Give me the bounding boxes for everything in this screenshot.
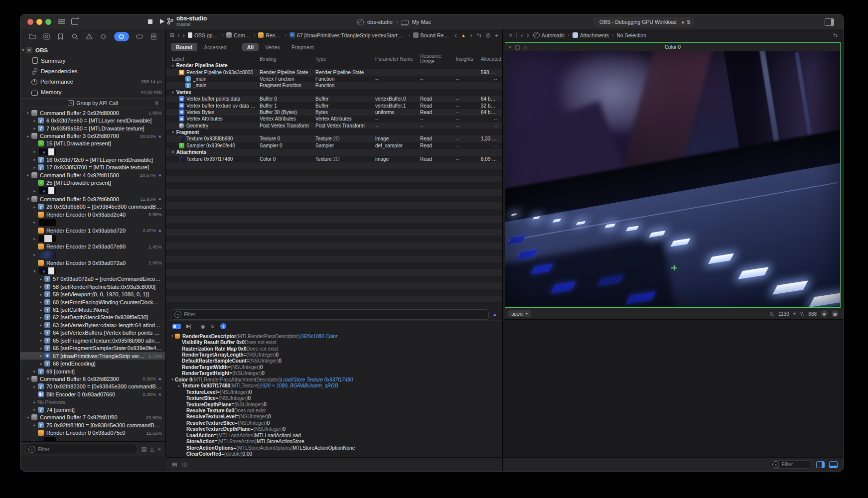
show-bottom-panel-icon[interactable] [829,461,838,468]
breadcrumb-item[interactable]: Automatic [533,32,565,38]
tab-all[interactable]: All [242,43,259,51]
descriptor-line[interactable]: StoreActionOptions = (MTLStoreActionOpti… [166,445,502,451]
sidebar-item[interactable]: ▸ƒ61 [setCullMode:None] [20,306,165,313]
sidebar-item[interactable]: ▸ƒ63 [setVertexBytes:<data> length:64 at… [20,321,165,329]
table-row[interactable]: ▦Vertex buffer texture uv data (textur…B… [166,102,502,109]
table-row[interactable]: /Sampler 0x939e0fe40Sampler 0Samplerdef_… [166,142,502,149]
preview-thumbnail[interactable] [39,437,56,441]
tab-vertex[interactable]: Vertex [260,43,285,51]
column-header[interactable]: Type [315,56,375,62]
preview-thumbnail[interactable] [39,219,56,226]
sidebar-item[interactable]: Render Encoder 0 0x93ad075c011.55% [20,429,165,436]
forward-icon[interactable]: › [183,31,185,39]
assistant-filter-input[interactable]: ▾ Filter [769,460,812,469]
table-row[interactable]: ▦Render Pipeline 0x93a3c8000Render Pipel… [166,69,502,75]
sidebar-item[interactable]: ▸ƒ26 0x92fd6b800 = [0x93845e300 commandB… [20,203,165,210]
sidebar-item[interactable]: ▸ƒ57 0x93ad072a0 = [renderCommandEncoder… [20,275,165,283]
report-icon[interactable] [150,33,157,40]
sidebar-item[interactable]: ▸ƒ7 0x935f8a580 = [MTLDrawable texture] [20,124,165,132]
capture-icon[interactable] [43,33,50,40]
table-row[interactable]: GeometryPost Vertex TransformPost Vertex… [166,123,502,129]
sidebar-item[interactable]: ▸ƒ68 [endEncoding] [20,360,165,367]
column-header[interactable]: Binding [260,56,315,62]
preview-thumbnail[interactable] [39,235,56,242]
issue-warning-icon[interactable]: ▲ [461,33,465,38]
sidebar-preview-row[interactable]: ▸ [20,218,165,227]
refresh-icon[interactable]: ↻ [210,324,214,329]
table-row[interactable]: ▦Vertex BytesBuffer 30 (Bytes)Bytesunifo… [166,109,502,116]
prev-issue-icon[interactable]: ‹ [454,31,456,39]
sidebar-item[interactable]: ▸✳67 [drawPrimitives:TriangleStrip verte… [20,352,165,360]
sidebar-preview-row[interactable]: ▸ [20,250,165,259]
table-group-row[interactable]: ▾Attachments [166,149,502,155]
zoom-window-button[interactable] [45,19,51,25]
clear-filter-icon[interactable]: × [158,446,161,452]
sidebar-item[interactable]: ▸Command Buffer 4 0x92fd8150020.67%▲ [20,171,165,179]
continue-button[interactable] [160,19,164,24]
swap-icon[interactable]: ⇆ [833,32,838,38]
search-icon[interactable] [71,33,79,40]
table-row[interactable]: {}_mainVertex FunctionFunction-------- [166,76,502,82]
variables-view-icon[interactable] [172,324,181,329]
show-right-panel-icon[interactable] [816,461,825,468]
sidebar-item[interactable]: ▸ƒ64 [setVertexBuffers:{Vertex buffer po… [20,329,165,337]
sidebar-item[interactable]: ▾Command Buffer 7 0x92fd81f8020.66% [20,413,165,421]
add-tab-icon[interactable]: + [495,32,498,38]
sidebar-item-performance[interactable]: Performance368.14 µs [20,76,165,87]
info-icon[interactable]: i [220,323,226,329]
close-window-button[interactable] [27,19,33,25]
sidebar-preview-row[interactable]: ▸ [20,235,165,243]
sidebar-project-row[interactable]: ▾ OBS [20,45,165,55]
grid-toggle-icon[interactable]: ▦ [832,310,839,317]
sidebar-item[interactable]: ▸ƒ16 0x92fd7f2c0 = [MTLLayer nextDrawabl… [20,156,165,163]
table-row[interactable]: {}_mainFragment FunctionFunction-------- [166,82,502,89]
runtime-issue-icon[interactable]: ▲ [492,312,497,317]
debug-icon[interactable]: ◉ [201,324,205,329]
tests-icon[interactable] [100,33,107,40]
sidebar-item[interactable]: Render Encoder 0 0x93abd2e405.95% [20,211,165,218]
issues-icon[interactable] [86,33,93,40]
table-filter-input[interactable]: ▾ Filter [171,309,489,320]
group-by-selector[interactable]: ≡ Group by API Call ⇅ [20,98,165,108]
sidebar-item[interactable]: ▸ƒ75 0x92fd81f80 = [0x93845e300 commandB… [20,421,165,429]
table-row[interactable]: Texture 0x937f17480Color 0Texture 2Dimag… [166,155,502,162]
bookmark-icon[interactable] [57,33,64,40]
toggle-inspector-icon[interactable] [825,18,834,26]
next-issue-icon[interactable]: › [470,31,472,39]
preview-thumbnail[interactable] [39,251,56,258]
descriptor-line[interactable]: ResolveTextureLevel = (NSUInteger) 0 [166,414,502,420]
descriptor-line[interactable]: Resolve Texture 0x0 Does not exist [166,407,502,413]
descriptor-line[interactable]: ResolveTextureDepthPlane = (NSUInteger) … [166,426,502,432]
breadcrumb-item[interactable]: Comma… [226,32,251,38]
descriptor-line[interactable]: RenderTargetWidth = (NSUInteger) 0 [166,364,502,370]
minimize-window-button[interactable] [36,19,42,25]
sidebar-preview-row[interactable]: ▸ [20,187,165,195]
files-icon[interactable] [28,33,36,40]
scheme-selector[interactable]: obs-studio ⟩ My Mac [357,14,431,29]
sidebar-preview-row[interactable]: ▾ [20,267,165,275]
add-editor-icon[interactable] [71,18,78,25]
sidebar-item[interactable]: Render Encoder 2 0x93ad07e801.45% [20,243,165,250]
descriptor-line[interactable]: DefaultRasterSampleCount = (NSUInteger) … [166,358,502,364]
sidebar-item[interactable]: ▸ƒ66 [setFragmentSamplerState:0x939e0fe4… [20,345,165,352]
preview-thumbnail[interactable] [39,148,56,155]
sidebar-item[interactable]: ▸Command Buffer 3 0x92fd8070020.53%▲ [20,132,165,139]
descriptor-line[interactable]: ▾RenderPassDescriptor (MTLRenderPassDesc… [166,333,502,339]
sidebar-item[interactable]: ▫15 [MTLDrawable present] [20,140,165,147]
toolbar-list-icon[interactable] [58,19,65,24]
flatten-list-icon[interactable]: ▤ [142,446,146,452]
descriptor-line[interactable]: TextureLevel = (NSUInteger) 0 [166,389,502,395]
sidebar-item[interactable]: ◧Blit Encoder 0 0x93ad076600.38%▲ [20,390,165,398]
sidebar-item[interactable]: ▸ƒ60 [setFrontFacingWinding:CounterClock… [20,298,165,306]
step-icon[interactable]: ▶⎸ [186,323,195,329]
sidebar-item[interactable]: Render Encoder 1 0x93abbd7202.47%▲ [20,227,165,234]
console-toggle-icon[interactable]: ▤ [172,461,177,468]
sidebar-item[interactable]: ▫25 [MTLDrawable present] [20,179,165,187]
tab-accessed[interactable]: Accessed [199,43,232,51]
breadcrumb-item[interactable]: Render… [258,32,282,38]
issue-count-icon[interactable]: ◎ [486,32,491,38]
table-group-row[interactable]: ▾Render Pipeline State [166,62,502,69]
attachment-preview[interactable] [505,51,840,307]
sidebar-item[interactable]: ▸ƒ17 0x933853700 = [MTLDrawable texture] [20,164,165,171]
table-row[interactable]: ▦Vertex AttributesVertex AttributesVerte… [166,116,502,122]
